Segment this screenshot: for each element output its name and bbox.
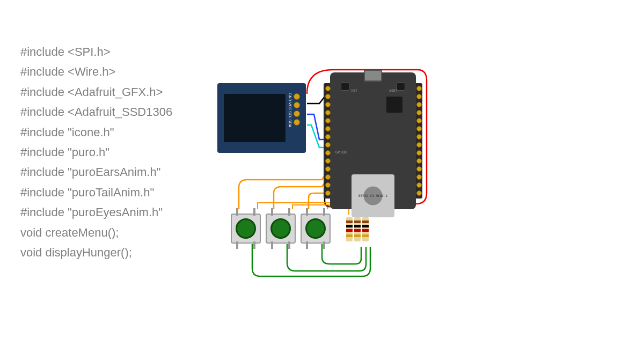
usb-port-icon	[364, 70, 382, 82]
code-line: void createMenu();	[20, 223, 172, 243]
code-line: #include "puroTailAnim.h"	[20, 182, 172, 202]
code-line: #include "puroEarsAnim.h"	[20, 162, 172, 182]
code-line: void displayHunger();	[20, 243, 172, 262]
boot-button[interactable]	[397, 82, 405, 91]
code-line: #include <SPI.h>	[20, 42, 172, 62]
esp32-board[interactable]: RST BOOT GPIO8 ESP32-C3-MINI-1	[330, 72, 416, 209]
button-cap-icon	[236, 218, 256, 239]
rst-label: RST	[352, 89, 357, 92]
pin-header-right	[416, 83, 422, 199]
code-line: #include <Adafruit_SSD1306	[20, 102, 172, 122]
gpio8-label: GPIO8	[335, 150, 347, 155]
module-label: ESP32-C3-MINI-1	[358, 194, 387, 197]
reset-button[interactable]	[341, 82, 349, 91]
button-cap-icon	[305, 218, 326, 239]
boot-label: BOOT	[390, 89, 397, 92]
pin-header-left	[324, 83, 330, 199]
code-line: #include <Adafruit_GFX.h>	[20, 82, 172, 102]
oled-screen	[224, 94, 286, 142]
pushbutton-3[interactable]	[301, 214, 331, 244]
code-line: #include "icone.h"	[20, 122, 172, 142]
resistor-3[interactable]	[362, 217, 369, 241]
oled-pin-labels: GND VCC SCL SDA	[288, 93, 292, 127]
circuit-diagram: GND VCC SCL SDA RST BOOT GPIO8 ESP32-C3-…	[215, 64, 483, 290]
code-snippet: #include <SPI.h> #include <Wire.h> #incl…	[20, 42, 172, 262]
chip-icon	[386, 97, 402, 113]
oled-display[interactable]: GND VCC SCL SDA	[217, 83, 306, 153]
resistor-1[interactable]	[346, 217, 353, 241]
resistor-2[interactable]	[354, 217, 361, 241]
pushbutton-2[interactable]	[266, 214, 296, 244]
pushbutton-1[interactable]	[231, 214, 261, 244]
code-line: #include "puroEyesAnim.h"	[20, 202, 172, 222]
oled-pin-header	[294, 91, 302, 145]
code-line: #include "puro.h"	[20, 142, 172, 162]
button-cap-icon	[270, 218, 291, 239]
code-line: #include <Wire.h>	[20, 62, 172, 82]
